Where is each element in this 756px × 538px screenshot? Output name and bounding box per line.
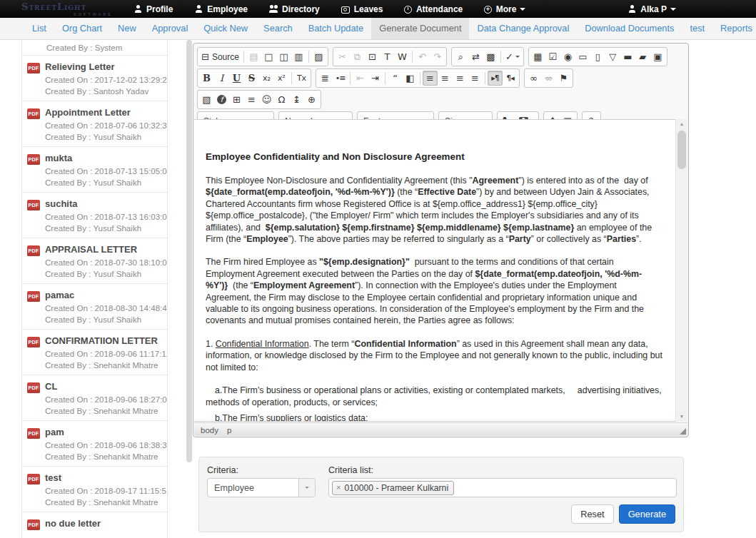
replace-button[interactable]: ⇄ <box>468 49 483 64</box>
remove-format-button[interactable]: Tx <box>294 71 309 86</box>
tab-search[interactable]: Search <box>256 18 301 39</box>
align-justify-button[interactable]: ≡ <box>468 71 483 86</box>
document-list-item[interactable]: PDFRelieving LetterCreated On : 2017-12-… <box>22 56 167 101</box>
superscript-button[interactable]: x² <box>274 71 289 86</box>
document-list-item[interactable]: PDFtestCreated On : 2018-09-17 11:15:51C… <box>22 467 167 512</box>
align-center-button[interactable]: ≡ <box>438 71 453 86</box>
underline-button[interactable]: U <box>229 71 244 86</box>
topnav-item-directory[interactable]: Directory <box>269 4 320 14</box>
table-button[interactable]: ⊞ <box>229 92 244 107</box>
select-all-button[interactable]: ▩ <box>483 49 498 64</box>
topnav-item-attendance[interactable]: Attendance <box>404 4 463 14</box>
tab-generate-document[interactable]: Generate Document <box>371 18 469 39</box>
hidden-field-button[interactable]: ▣ <box>650 49 665 64</box>
topnav-item-employee[interactable]: Employee <box>194 4 248 14</box>
print-button[interactable]: ▥ <box>291 49 306 64</box>
document-list-item[interactable]: PDFAppointment LetterCreated On : 2018-0… <box>22 101 167 147</box>
copy-button: ⧉ <box>350 49 365 64</box>
special-character-button[interactable]: Ω <box>274 92 289 107</box>
topnav-item-leaves[interactable]: Leaves <box>341 4 383 14</box>
select-dropdown-button[interactable] <box>298 479 315 497</box>
remove-tag-icon[interactable]: × <box>336 484 341 492</box>
bulleted-list-button[interactable]: •≡ <box>333 71 348 86</box>
text-direction-ltr-button[interactable]: ▸¶ <box>488 71 503 86</box>
tab-org-chart[interactable]: Org Chart <box>54 18 110 39</box>
link-button[interactable]: ∞ <box>526 71 541 86</box>
image-button[interactable]: ▧ <box>199 92 214 107</box>
tab-download-documents[interactable]: Download Documents <box>577 18 682 39</box>
path-element-p[interactable]: p <box>227 426 231 435</box>
align-left-button[interactable]: ≡ <box>423 71 438 86</box>
editor-resize-handle[interactable] <box>680 428 686 435</box>
image-button-button[interactable]: ▰ <box>635 49 650 64</box>
document-list-item[interactable]: Created By : System <box>22 40 167 56</box>
text-direction-rtl-button[interactable]: ¶◂ <box>503 71 518 86</box>
criteria-list-input[interactable]: × 010000 - Prameer Kulkarni <box>328 478 677 497</box>
document-list-item[interactable]: PDFpamacCreated On : 2018-08-30 14:48:44… <box>22 284 167 330</box>
select-field-button[interactable]: ▽ <box>605 49 620 64</box>
reset-button[interactable]: Reset <box>571 504 613 524</box>
tab-approval[interactable]: Approval <box>144 18 196 39</box>
source-button[interactable]: ⊟Source <box>199 49 241 64</box>
document-list-item[interactable]: PDFAPPRAISAL LETTERCreated On : 2018-07-… <box>22 238 167 284</box>
tab-quick-new[interactable]: Quick New <box>196 18 256 39</box>
editor-scrollbar[interactable]: ▲ ▼ <box>675 119 687 422</box>
bold-button[interactable]: B <box>199 71 214 86</box>
preview-button[interactable]: ◫ <box>276 49 291 64</box>
tab-test[interactable]: test <box>682 18 712 39</box>
new-page-button[interactable]: □ <box>261 49 276 64</box>
spell-check-button[interactable]: ✓ <box>503 49 522 64</box>
smiley-button[interactable]: ☺ <box>259 92 274 107</box>
indent-button[interactable]: ⇥ <box>368 71 383 86</box>
subscript-button[interactable]: x₂ <box>259 71 274 86</box>
generate-button[interactable]: Generate <box>619 504 675 524</box>
editor-content-area[interactable]: Employee Confidentiality and Non Disclos… <box>194 119 687 422</box>
document-list-item[interactable]: PDFno due letter <box>22 512 167 538</box>
align-right-button[interactable]: ≡ <box>453 71 468 86</box>
scroll-down-icon[interactable]: ▼ <box>676 412 687 422</box>
form-button[interactable]: ▦ <box>530 49 545 64</box>
criteria-select[interactable]: Employee <box>207 478 316 497</box>
paste-from-word-button[interactable]: W <box>395 49 410 64</box>
button-button[interactable]: ▬ <box>620 49 635 64</box>
blockquote-button[interactable]: “ <box>388 71 403 86</box>
scroll-up-icon[interactable]: ▲ <box>676 119 687 129</box>
rich-text-editor: ⊟Source▤□◫▥▨✂⧉⊡TW↶↷⌕⇄▩✓▦☑◉▭▯▽▬▰▣BIUSx₂x²… <box>193 43 689 437</box>
div-container-button[interactable]: ◧ <box>403 71 418 86</box>
tab-reports[interactable]: Reports <box>712 18 756 39</box>
topnav-item-more[interactable]: More <box>484 4 525 14</box>
paste-plain-text-button[interactable]: T <box>380 49 395 64</box>
document-list-item[interactable]: PDFCONFIRMATIION LETTERCreated On : 2018… <box>22 330 167 375</box>
document-list-item[interactable]: PDFsuchitaCreated On : 2018-07-13 16:03:… <box>22 193 167 238</box>
text-field-button[interactable]: ▭ <box>575 49 590 64</box>
templates-button[interactable]: ▨ <box>311 49 326 64</box>
horizontal-rule-button[interactable]: ≡ <box>244 92 259 107</box>
document-list-item[interactable]: PDFpamCreated On : 2018-09-06 18:38:32Cr… <box>22 421 167 467</box>
path-element-body[interactable]: body <box>201 426 218 435</box>
user-menu[interactable]: Alka P <box>628 0 676 18</box>
topnav-item-profile[interactable]: Profile <box>133 4 173 14</box>
italic-button[interactable]: I <box>214 71 229 86</box>
tab-list[interactable]: List <box>24 18 54 39</box>
document-body[interactable]: Employee Confidentiality and Non Disclos… <box>194 120 675 421</box>
numbered-list-button[interactable]: ≣ <box>318 71 333 86</box>
radio-button[interactable]: ◉ <box>560 49 575 64</box>
paste-button[interactable]: ⊡ <box>365 49 380 64</box>
tab-new[interactable]: New <box>110 18 144 39</box>
checkbox-button[interactable]: ☑ <box>545 49 560 64</box>
flash-button[interactable]: f <box>214 92 229 107</box>
strikethrough-button[interactable]: S <box>244 71 259 86</box>
criteria-tag[interactable]: × 010000 - Prameer Kulkarni <box>332 481 454 495</box>
page-break-button[interactable]: ↨ <box>289 92 304 107</box>
sidebar-scrollbar[interactable] <box>186 40 192 462</box>
anchor-button[interactable]: ⚑ <box>556 71 571 86</box>
tab-data-change-approval[interactable]: Data Change Approval <box>469 18 577 39</box>
document-list-item[interactable]: PDFCLCreated On : 2018-09-06 18:27:09Cre… <box>22 375 167 421</box>
textarea-button[interactable]: ▯ <box>590 49 605 64</box>
find-button[interactable]: ⌕ <box>453 49 468 64</box>
tab-batch-update[interactable]: Batch Update <box>301 18 372 39</box>
scrollbar-thumb[interactable] <box>677 131 686 169</box>
iframe-button[interactable]: ⊕ <box>304 92 319 107</box>
document-list-item[interactable]: PDFmuktaCreated On : 2018-07-13 15:05:04… <box>22 147 167 193</box>
streetlight-logo[interactable]: StreetLight SOFTWARE <box>21 1 113 17</box>
